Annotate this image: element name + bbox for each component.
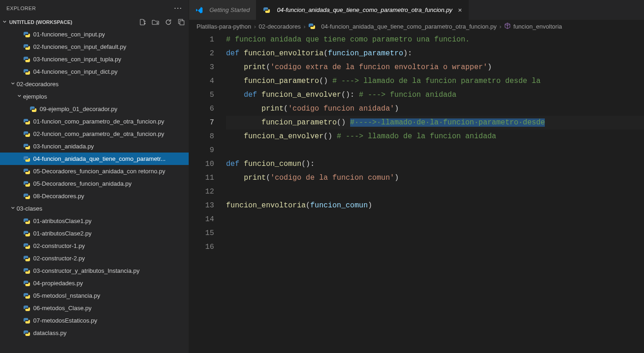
file-row[interactable]: 04-funciones_con_input_dict.py — [0, 65, 189, 78]
file-row[interactable]: 04-propiedades.py — [0, 277, 189, 289]
symbol-icon — [504, 23, 511, 30]
python-icon — [30, 106, 37, 113]
folder-label: 03-clases — [17, 205, 42, 212]
file-label: 02-constructor-1.py — [33, 242, 85, 249]
file-row[interactable]: 01-funcion_como_parametro_de_otra_funcio… — [0, 115, 189, 128]
file-row[interactable]: 05-metodosI_nstancia.py — [0, 289, 189, 302]
tab-label: Getting Started — [209, 6, 250, 13]
code-line[interactable]: def funcion_envoltoria(funcion_parametro… — [226, 47, 644, 60]
breadcrumb-symbol[interactable]: funcion_envoltoria — [513, 23, 562, 30]
file-label: 05-Decoradores_funcion_anidada_con retor… — [33, 168, 165, 175]
code-line[interactable] — [226, 185, 644, 199]
file-row[interactable]: 08-Decoradores.py — [0, 190, 189, 202]
file-row[interactable]: 03-constructor_y_atributos_Instancia.py — [0, 265, 189, 277]
folder-row[interactable]: ejemplos — [0, 90, 189, 103]
code-editor[interactable]: 12345678910111213141516 # funcion anidad… — [189, 33, 644, 353]
file-label: 05-metodosI_nstancia.py — [33, 292, 100, 299]
file-label: 03-constructor_y_atributos_Instancia.py — [33, 267, 140, 274]
workspace-header[interactable]: UNTITLED (WORKSPACE) — [0, 16, 189, 28]
file-row[interactable]: 06-metodos_Clase.py — [0, 302, 189, 314]
editor-tab[interactable]: 04-funcion_anidada_que_tiene_como_parame… — [256, 0, 469, 20]
collapse-icon[interactable] — [178, 18, 185, 26]
file-label: 01-atributosClase1.py — [33, 218, 91, 224]
refresh-icon[interactable] — [165, 18, 172, 26]
folder-row[interactable]: 02-decoradores — [0, 78, 189, 90]
code-line[interactable] — [226, 143, 644, 157]
explorer-title: EXPLORER — [6, 6, 36, 11]
line-number: 16 — [189, 240, 214, 254]
folder-row[interactable]: 03-clases — [0, 202, 189, 215]
file-row[interactable]: 01-funciones_con_input.py — [0, 28, 189, 41]
file-row[interactable]: 02-constructor-1.py — [0, 240, 189, 252]
tab-bar: Getting Started04-funcion_anidada_que_ti… — [189, 0, 644, 20]
file-label: dataclass.py — [33, 329, 66, 336]
code-line[interactable]: funcion_envoltoria(funcion_comun) — [226, 199, 644, 212]
code-line[interactable]: print('codigo extra de la funcion envolt… — [226, 60, 644, 74]
line-number: 3 — [189, 60, 214, 74]
line-number: 15 — [189, 226, 214, 240]
file-label: 09-ejemplo_01_decorador.py — [40, 106, 117, 112]
chevron-right-icon: › — [254, 23, 256, 30]
code-line[interactable] — [226, 212, 644, 226]
code-line[interactable] — [226, 240, 644, 254]
python-icon — [23, 305, 30, 312]
code-content[interactable]: # funcion anidada que tiene como paramet… — [226, 33, 644, 353]
file-tree: 01-funciones_con_input.py02-funciones_co… — [0, 28, 189, 353]
vscode-icon — [196, 6, 203, 14]
workspace-label: UNTITLED (WORKSPACE) — [9, 19, 72, 25]
code-line[interactable]: # funcion anidada que tiene como paramet… — [226, 33, 644, 47]
chevron-down-icon — [17, 93, 23, 100]
line-number: 7 — [189, 116, 214, 129]
file-row[interactable]: 07-metodosEstaticos.py — [0, 314, 189, 327]
file-row[interactable]: 02-funciones_con_input_default.py — [0, 41, 189, 53]
file-label: 02-funciones_con_input_default.py — [33, 43, 126, 50]
breadcrumb[interactable]: Platillas-para-python › 02-decoradores ›… — [189, 20, 644, 33]
file-row[interactable]: 09-ejemplo_01_decorador.py — [0, 103, 189, 115]
code-line[interactable]: funcion_parametro() #·--->·llamado·de·la… — [226, 116, 644, 129]
more-icon[interactable]: ··· — [174, 3, 182, 13]
code-line[interactable]: funcion_a_envolver() # ---> llamado de l… — [226, 129, 644, 143]
python-icon — [23, 155, 30, 163]
file-row[interactable]: dataclass.py — [0, 327, 189, 339]
code-line[interactable]: funcion_parametro() # ---> llamado de la… — [226, 74, 644, 88]
file-row[interactable]: 01-atributosClase1.py — [0, 215, 189, 227]
python-icon — [23, 68, 30, 76]
code-line[interactable]: print('codigo funcion anidada') — [226, 102, 644, 116]
file-row[interactable]: 02-constructor-2.py — [0, 252, 189, 265]
close-icon[interactable]: × — [458, 6, 462, 14]
file-row[interactable]: 03-funciones_con_input_tupla.py — [0, 53, 189, 65]
code-line[interactable]: def funcion_a_envolver(): # ---> funcion… — [226, 88, 644, 102]
tab-label: 04-funcion_anidada_que_tiene_como_parame… — [277, 6, 452, 13]
breadcrumb-part[interactable]: 02-decoradores — [259, 23, 301, 30]
breadcrumb-part[interactable]: 04-funcion_anidada_que_tiene_como_parame… — [321, 23, 496, 30]
breadcrumb-part[interactable]: Platillas-para-python — [197, 23, 251, 30]
python-icon — [23, 242, 30, 250]
python-icon — [23, 31, 30, 38]
code-line[interactable]: def funcion_comun(): — [226, 157, 644, 171]
file-row[interactable]: 02-funcion_como_parametro_de_otra_funcio… — [0, 128, 189, 140]
code-line[interactable]: print('codigo de la funcion comun') — [226, 171, 644, 185]
editor-tab[interactable]: Getting Started — [189, 0, 256, 20]
chevron-down-icon — [10, 81, 17, 88]
line-number: 12 — [189, 185, 214, 199]
file-row[interactable]: 03-funcion_anidada.py — [0, 140, 189, 153]
file-label: 04-propiedades.py — [33, 280, 83, 287]
python-icon — [23, 280, 30, 287]
folder-label: 02-decoradores — [17, 81, 59, 88]
new-folder-icon[interactable] — [152, 18, 159, 26]
file-row[interactable]: 05-Decoradores_funcion_anidada_con retor… — [0, 165, 189, 177]
new-file-icon[interactable] — [139, 18, 146, 26]
folder-label: ejemplos — [23, 93, 47, 100]
line-number: 2 — [189, 47, 214, 60]
file-row[interactable]: 04-funcion_anidada_que_tiene_como_parame… — [0, 153, 189, 165]
file-label: 02-funcion_como_parametro_de_otra_funcio… — [33, 130, 164, 137]
python-icon — [23, 193, 30, 200]
file-row[interactable]: 05-Decoradores_funcion_anidada.py — [0, 177, 189, 190]
line-number: 5 — [189, 88, 214, 102]
chevron-down-icon — [10, 205, 17, 212]
line-number: 10 — [189, 157, 214, 171]
editor-area: Getting Started04-funcion_anidada_que_ti… — [189, 0, 644, 353]
file-row[interactable]: 01-atributosClase2.py — [0, 227, 189, 240]
file-label: 02-constructor-2.py — [33, 255, 85, 262]
code-line[interactable] — [226, 226, 644, 240]
